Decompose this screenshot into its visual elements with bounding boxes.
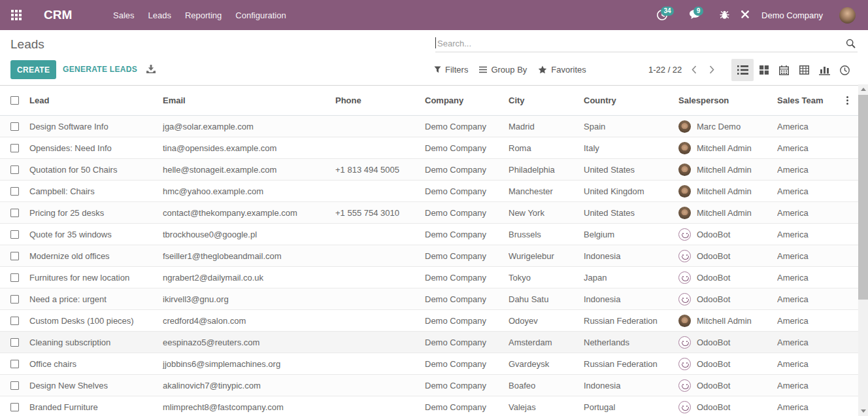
cell-company[interactable]: Demo Company [425,375,509,396]
cell-company[interactable]: Demo Company [425,181,509,202]
cell-city[interactable]: Boafeo [509,375,584,396]
cell-email[interactable]: credford4@salon.com [163,310,335,332]
cell-salesperson[interactable]: Mitchell Admin [678,159,777,181]
cell-country[interactable]: Italy [584,137,678,159]
cell-phone[interactable] [335,267,425,288]
lead-row[interactable]: Pricing for 25 desks contact@thekompany.… [0,202,858,224]
lead-row[interactable]: Quote for 35 windows tbrockhouse0@google… [0,224,858,245]
cell-company[interactable]: Demo Company [425,202,509,224]
menu-configuration[interactable]: Configuration [235,10,286,20]
cell-city[interactable]: Manchester [509,181,584,202]
cell-phone[interactable] [335,288,425,310]
lead-row[interactable]: Modernize old offices fseiller1@theglobe… [0,245,858,267]
cell-sales-team[interactable]: America [777,181,858,202]
cell-salesperson[interactable]: Marc Demo [678,116,777,137]
cell-company[interactable]: Demo Company [425,332,509,353]
cell-sales-team[interactable]: America [777,267,858,288]
cell-sales-team[interactable]: America [777,202,858,224]
cell-sales-team[interactable]: America [777,245,858,267]
cell-city[interactable]: Gvardeysk [509,353,584,375]
col-header-country[interactable]: Country [584,86,678,116]
cell-lead[interactable]: Branded Furniture [29,396,163,416]
cell-company[interactable]: Demo Company [425,224,509,245]
select-all-checkbox[interactable] [10,96,19,105]
cell-company[interactable]: Demo Company [425,159,509,181]
cell-lead[interactable]: Design Software Info [29,116,163,137]
cell-salesperson[interactable]: OdooBot [678,288,777,310]
cell-country[interactable]: Spain [584,116,678,137]
cell-lead[interactable]: Need a price: urgent [29,288,163,310]
export-button[interactable] [146,65,156,76]
row-checkbox[interactable] [10,122,19,131]
cell-city[interactable]: Odoyev [509,310,584,332]
lead-row[interactable]: Furnitures for new location ngrabert2@da… [0,267,858,288]
lead-row[interactable]: Need a price: urgent ikirvell3@gnu.org D… [0,288,858,310]
cell-phone[interactable] [335,137,425,159]
cell-city[interactable]: Dahu Satu [509,288,584,310]
cell-phone[interactable] [335,116,425,137]
row-checkbox[interactable] [10,230,19,239]
cell-lead[interactable]: Cleaning subscription [29,332,163,353]
scroll-up-icon[interactable] [861,88,866,91]
vertical-scrollbar[interactable] [858,84,868,416]
cell-country[interactable]: Belgium [584,224,678,245]
cell-country[interactable]: United States [584,202,678,224]
view-list-button[interactable] [731,59,754,81]
cell-email[interactable]: eespinazo5@reuters.com [163,332,335,353]
cell-company[interactable]: Demo Company [425,310,509,332]
cell-company[interactable]: Demo Company [425,116,509,137]
cell-lead[interactable]: Pricing for 25 desks [29,202,163,224]
col-header-salesperson[interactable]: Salesperson [678,86,777,116]
view-graph-button[interactable] [814,59,835,81]
cell-lead[interactable]: Furnitures for new location [29,267,163,288]
cell-email[interactable]: contact@thekompany.example.com [163,202,335,224]
user-avatar[interactable] [839,7,856,24]
cell-sales-team[interactable]: America [777,159,858,181]
row-checkbox[interactable] [10,338,19,347]
create-button[interactable]: CREATE [10,60,56,79]
menu-reporting[interactable]: Reporting [185,10,222,20]
cell-phone[interactable] [335,181,425,202]
row-checkbox[interactable] [10,295,19,303]
menu-leads[interactable]: Leads [148,10,171,20]
cell-phone[interactable] [335,224,425,245]
favorites-button[interactable]: Favorites [538,65,586,75]
lead-row[interactable]: Cleaning subscription eespinazo5@reuters… [0,332,858,353]
cell-country[interactable]: Japan [584,267,678,288]
cell-lead[interactable]: Office chairs [29,353,163,375]
cell-country[interactable]: United States [584,159,678,181]
row-checkbox[interactable] [10,317,19,325]
row-checkbox[interactable] [10,273,19,282]
search-icon[interactable] [846,39,856,50]
lead-row[interactable]: Office chairs jjobbins6@simplemachines.o… [0,353,858,375]
cell-country[interactable]: Portugal [584,396,678,416]
cell-email[interactable]: jjobbins6@simplemachines.org [163,353,335,375]
cell-city[interactable]: Amsterdam [509,332,584,353]
filters-button[interactable]: Filters [434,65,468,75]
activities-button[interactable]: 34 [656,9,668,21]
generate-leads-button[interactable]: GENERATE LEADS [63,60,137,79]
cell-city[interactable]: Valejas [509,396,584,416]
cell-phone[interactable] [335,396,425,416]
col-header-company[interactable]: Company [425,86,509,116]
lead-row[interactable]: Quotation for 50 Chairs helle@stonageit.… [0,159,858,181]
lead-row[interactable]: Custom Desks (100 pieces) credford4@salo… [0,310,858,332]
view-activity-button[interactable] [835,59,855,81]
cell-phone[interactable] [335,310,425,332]
scrollbar-thumb[interactable] [858,95,868,300]
cell-salesperson[interactable]: Mitchell Admin [678,181,777,202]
cell-country[interactable]: Indonesia [584,245,678,267]
company-switcher[interactable]: Demo Company [761,10,823,20]
col-header-phone[interactable]: Phone [335,86,425,116]
cell-company[interactable]: Demo Company [425,396,509,416]
cell-email[interactable]: hmc@yahoo.example.com [163,181,335,202]
view-calendar-button[interactable] [774,59,794,81]
cell-lead[interactable]: Custom Desks (100 pieces) [29,310,163,332]
lead-row[interactable]: Opensides: Need Info tina@opensides.exam… [0,137,858,159]
cell-email[interactable]: ngrabert2@dailymail.co.uk [163,267,335,288]
lead-row[interactable]: Campbell: Chairs hmc@yahoo.example.com D… [0,181,858,202]
cell-sales-team[interactable]: America [777,137,858,159]
cell-company[interactable]: Demo Company [425,267,509,288]
cell-sales-team[interactable]: America [777,375,858,396]
cell-city[interactable]: Wurigelebur [509,245,584,267]
